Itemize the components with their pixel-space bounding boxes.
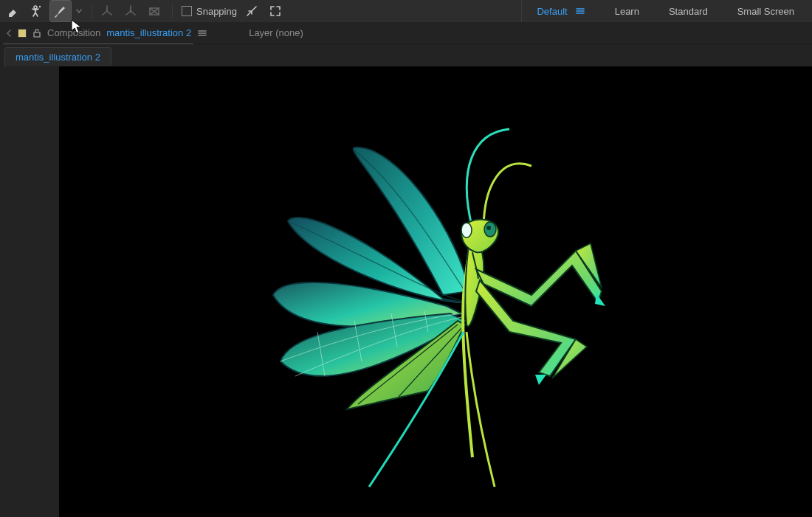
- panel-menu-icon[interactable]: [197, 28, 207, 38]
- view-axis-tool[interactable]: [144, 1, 165, 21]
- crumb-arrow-icon: [6, 29, 12, 38]
- workspace-default[interactable]: Default: [522, 0, 599, 22]
- workspace-learn[interactable]: Learn: [600, 0, 654, 22]
- app-root: Snapping Default Learn Standard Small Sc…: [0, 0, 812, 517]
- snap-collapse-tool[interactable]: [241, 1, 262, 21]
- snapping-label: Snapping: [196, 6, 237, 17]
- workspace-default-label: Default: [537, 6, 567, 17]
- pin-tool-active[interactable]: [50, 1, 71, 21]
- svg-point-36: [486, 226, 491, 230]
- toolbar-separator: [92, 4, 92, 18]
- eraser-tool[interactable]: [3, 1, 24, 21]
- world-axis-tool[interactable]: [120, 1, 141, 21]
- snapping-toggle[interactable]: Snapping: [182, 6, 237, 17]
- composition-tab-label: mantis_illustration 2: [16, 52, 100, 63]
- panel-breadcrumb: Composition mantis_illustration 2 Layer …: [0, 22, 812, 44]
- workspace-menu-icon: [575, 6, 585, 16]
- composition-name-link[interactable]: mantis_illustration 2: [106, 27, 191, 38]
- svg-rect-24: [34, 32, 40, 37]
- composition-color-swatch[interactable]: [18, 29, 27, 38]
- workspace-small-screen[interactable]: Small Screen: [723, 0, 809, 22]
- toolbar-separator-2: [172, 4, 173, 18]
- composition-tab[interactable]: mantis_illustration 2: [4, 47, 111, 66]
- svg-line-10: [103, 11, 107, 15]
- workspace-standard-label: Standard: [669, 6, 708, 17]
- svg-marker-0: [9, 10, 16, 17]
- composition-tab-row: mantis_illustration 2: [0, 44, 812, 66]
- workspace-small-label: Small Screen: [737, 6, 794, 17]
- puppet-pin-tool[interactable]: [27, 1, 47, 21]
- mantis-illustration: [59, 66, 812, 517]
- svg-line-11: [107, 11, 111, 15]
- svg-point-34: [461, 223, 472, 237]
- svg-line-20: [252, 7, 256, 10]
- canvas-area: [59, 66, 812, 517]
- snap-expand-tool[interactable]: [265, 1, 286, 21]
- snapping-checkbox[interactable]: [182, 6, 192, 16]
- local-axis-tool[interactable]: [97, 1, 117, 21]
- workspace-standard[interactable]: Standard: [654, 0, 723, 22]
- svg-line-6: [35, 13, 38, 16]
- tool-group-main: [3, 0, 87, 22]
- composition-static-label: Composition: [47, 27, 100, 38]
- svg-line-8: [55, 15, 57, 17]
- tool-dropdown[interactable]: [74, 1, 84, 21]
- editor-area: [0, 66, 812, 517]
- tool-group-3d: [97, 0, 168, 22]
- svg-line-19: [247, 11, 252, 15]
- svg-point-15: [130, 10, 132, 13]
- top-toolbar: Snapping Default Learn Standard Small Sc…: [0, 0, 812, 22]
- lock-icon[interactable]: [32, 28, 41, 38]
- left-gutter: [0, 66, 59, 517]
- workspace-learn-label: Learn: [615, 6, 639, 17]
- composition-canvas[interactable]: [59, 66, 812, 517]
- svg-point-7: [39, 6, 41, 7]
- layer-panel-label[interactable]: Layer (none): [249, 27, 303, 38]
